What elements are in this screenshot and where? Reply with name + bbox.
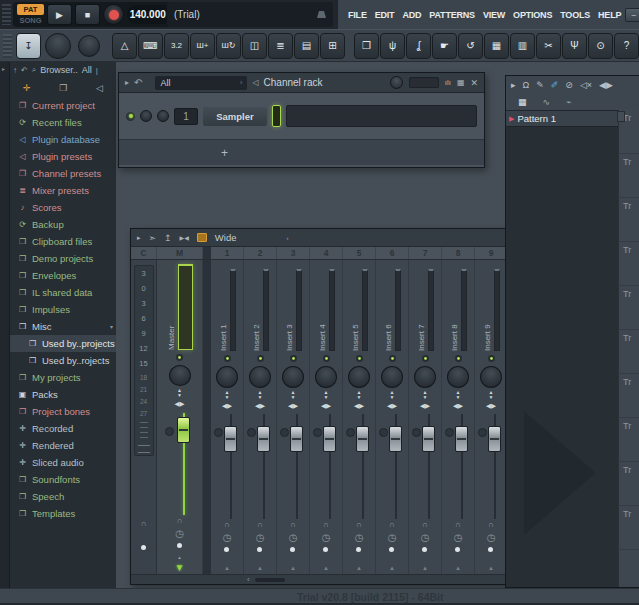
pencil-icon[interactable]: ✎: [536, 80, 544, 90]
fader-reset-button[interactable]: [214, 428, 223, 437]
minimize-button[interactable]: –: [625, 8, 639, 22]
piano-roll-icon[interactable]: ▦: [518, 97, 527, 107]
track-pan-knob[interactable]: [282, 366, 304, 388]
peak-meter[interactable]: [178, 264, 193, 350]
undo-button[interactable]: ↺: [458, 33, 483, 59]
tree-expand-icon[interactable]: ▾: [110, 323, 116, 330]
playlist-track-row[interactable]: Tr: [619, 418, 639, 462]
track-name[interactable]: Insert 6: [384, 281, 393, 351]
wait-for-input-button[interactable]: ⌨: [138, 33, 163, 59]
browser-item-recorded[interactable]: ✛Recorded: [10, 420, 116, 437]
clock-icon[interactable]: ◷: [256, 533, 265, 543]
browser-item-templates[interactable]: ❒Templates: [10, 505, 116, 522]
browser-plugins-tab[interactable]: ◁: [96, 83, 103, 93]
save-button[interactable]: ▦: [484, 33, 509, 59]
jack-icon[interactable]: ∩: [257, 521, 263, 529]
fader-reset-button[interactable]: [313, 428, 322, 437]
mixer-header-master[interactable]: M: [157, 247, 203, 259]
stereo-separation-icon[interactable]: ◀▶: [486, 402, 496, 413]
browser-item-project-bones[interactable]: ❒Project bones: [10, 403, 116, 420]
track-led[interactable]: [257, 355, 264, 362]
track-led[interactable]: [323, 355, 330, 362]
mixer-track-insert-7[interactable]: Insert 7▲▼◀▶∩◷▴: [409, 260, 442, 584]
step-edit-button[interactable]: ≣: [268, 33, 293, 59]
fader-thumb[interactable]: [356, 426, 369, 452]
keyboard-preview-strip[interactable]: [286, 105, 477, 127]
mixer-track-insert-9[interactable]: Insert 9▲▼◀▶∩◷▴: [475, 260, 508, 584]
channel-selector-led[interactable]: [272, 105, 281, 127]
play-button[interactable]: ▶: [47, 4, 72, 25]
fader[interactable]: [409, 412, 441, 521]
stereo-separation-icon[interactable]: ◀▶: [255, 402, 265, 413]
automation-icon[interactable]: ⌁: [566, 97, 571, 107]
dock-icon[interactable]: ↥: [164, 233, 172, 243]
fader[interactable]: [343, 412, 375, 521]
master-pitch-knob[interactable]: [78, 35, 100, 57]
track-pan-knob[interactable]: [414, 366, 436, 388]
stop-button[interactable]: ■: [75, 4, 100, 25]
track-pan-knob[interactable]: [447, 366, 469, 388]
browser-item-plugin-database[interactable]: ◁Plugin database: [10, 131, 116, 148]
track-name[interactable]: Insert 2: [252, 281, 261, 351]
mixer-track-insert-1[interactable]: Insert 1▲▼◀▶∩◷▴: [211, 260, 244, 584]
browser-favorites-tab[interactable]: ✛: [23, 83, 31, 93]
browser-item-soundfonts[interactable]: ❒Soundfonts: [10, 471, 116, 488]
track-name[interactable]: Insert 8: [450, 281, 459, 351]
browser-item-speech[interactable]: ❒Speech: [10, 488, 116, 505]
jack-icon[interactable]: ∩: [455, 521, 461, 529]
browser-item-my-projects[interactable]: ❒My projects: [10, 369, 116, 386]
track-pan-knob[interactable]: [315, 366, 337, 388]
mixer-header-7[interactable]: 7: [409, 247, 442, 259]
pattern-item[interactable]: ▶ Pattern 1: [506, 111, 618, 127]
typing-keyboard-output-button[interactable]: ↧: [16, 33, 41, 59]
record-dot[interactable]: [177, 543, 182, 548]
lamp-button[interactable]: ʆ: [406, 33, 431, 59]
fader-reset-button[interactable]: [346, 428, 355, 437]
browser-item-channel-presets[interactable]: ❐Channel presets: [10, 165, 116, 182]
channel-enable-led[interactable]: [126, 112, 135, 121]
mixer-track-insert-4[interactable]: Insert 4▲▼◀▶∩◷▴: [310, 260, 343, 584]
main-volume-knob[interactable]: [45, 33, 71, 59]
mixer-track-insert-5[interactable]: Insert 5▲▼◀▶∩◷▴: [343, 260, 376, 584]
record-dot[interactable]: [356, 547, 361, 552]
browser-item-backup[interactable]: ⟳Backup: [10, 216, 116, 233]
stereo-separation-icon[interactable]: ◀▶: [453, 402, 463, 413]
track-pan-knob[interactable]: [381, 366, 403, 388]
fader[interactable]: [376, 412, 408, 521]
jack-icon[interactable]: ∩: [141, 520, 147, 528]
fader-reset-button[interactable]: [379, 428, 388, 437]
jack-icon[interactable]: ∩: [290, 521, 296, 529]
panel-collapse-icon[interactable]: ▸: [2, 66, 5, 72]
track-name[interactable]: Insert 5: [351, 281, 360, 351]
clock-icon[interactable]: ◷: [223, 533, 232, 543]
menu-edit[interactable]: EDIT: [371, 10, 399, 20]
separator-arrows-icon[interactable]: ▲▼: [291, 390, 296, 402]
scroll-left-icon[interactable]: ‹: [247, 575, 250, 584]
record-dot[interactable]: [389, 547, 394, 552]
track-led[interactable]: [356, 355, 363, 362]
collapse-icon[interactable]: ▶◀: [180, 234, 189, 241]
view-mode-select[interactable]: Wide: [215, 232, 237, 243]
separator-arrows-icon[interactable]: ▲▼: [423, 390, 428, 402]
fader[interactable]: [211, 412, 243, 521]
detach-icon[interactable]: ▸: [125, 78, 129, 87]
touch-button[interactable]: ☛: [432, 33, 457, 59]
stretch-icon[interactable]: ◀▶: [599, 80, 613, 90]
clock-icon[interactable]: ◷: [175, 529, 184, 539]
detach-icon[interactable]: ▸: [137, 234, 141, 242]
close-icon[interactable]: ✕: [470, 78, 478, 88]
browser-item-demo-projects[interactable]: ❒Demo projects: [10, 250, 116, 267]
fader-thumb[interactable]: [389, 426, 402, 452]
fader-thumb[interactable]: [455, 426, 468, 452]
collapse-arrow-icon[interactable]: ▸: [511, 80, 516, 90]
up-icon[interactable]: ↑: [13, 66, 17, 75]
magnet-icon[interactable]: Ω: [523, 80, 530, 90]
mixer-header-c[interactable]: C: [131, 247, 157, 259]
jack-icon[interactable]: ∩: [422, 521, 428, 529]
stereo-separation-icon[interactable]: ◀▶: [387, 402, 397, 413]
fader-reset-button[interactable]: [412, 428, 421, 437]
track-pan-knob[interactable]: [249, 366, 271, 388]
track-pan-knob[interactable]: [348, 366, 370, 388]
record-dot[interactable]: [455, 547, 460, 552]
menu-options[interactable]: OPTIONS: [509, 10, 556, 20]
